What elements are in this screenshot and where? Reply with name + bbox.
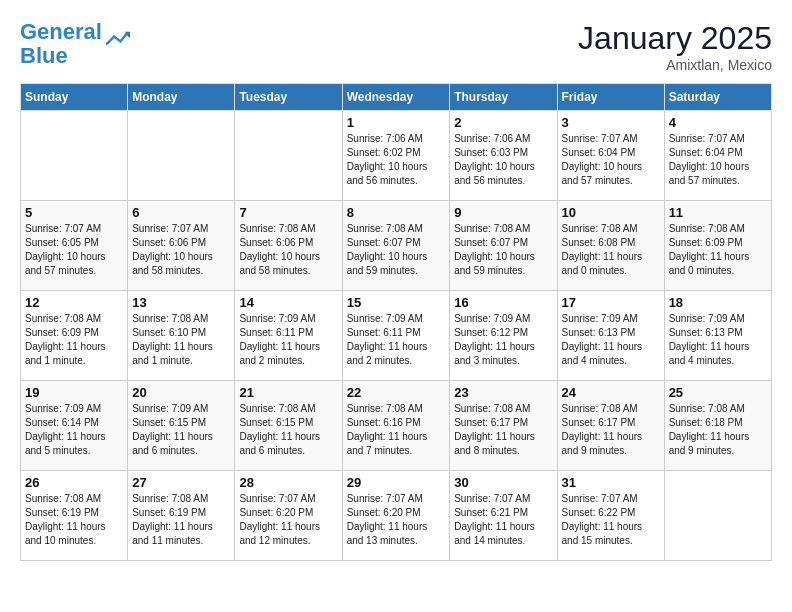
calendar-cell: 17Sunrise: 7:09 AMSunset: 6:13 PMDayligh…	[557, 291, 664, 381]
calendar-cell: 3Sunrise: 7:07 AMSunset: 6:04 PMDaylight…	[557, 111, 664, 201]
day-info: Sunrise: 7:07 AMSunset: 6:04 PMDaylight:…	[562, 132, 660, 188]
day-number: 10	[562, 205, 660, 220]
calendar-cell: 31Sunrise: 7:07 AMSunset: 6:22 PMDayligh…	[557, 471, 664, 561]
calendar-cell: 6Sunrise: 7:07 AMSunset: 6:06 PMDaylight…	[128, 201, 235, 291]
calendar-cell: 20Sunrise: 7:09 AMSunset: 6:15 PMDayligh…	[128, 381, 235, 471]
day-info: Sunrise: 7:09 AMSunset: 6:11 PMDaylight:…	[347, 312, 446, 368]
calendar-cell: 22Sunrise: 7:08 AMSunset: 6:16 PMDayligh…	[342, 381, 450, 471]
logo: General Blue	[20, 20, 130, 68]
calendar-cell: 14Sunrise: 7:09 AMSunset: 6:11 PMDayligh…	[235, 291, 342, 381]
calendar-cell: 8Sunrise: 7:08 AMSunset: 6:07 PMDaylight…	[342, 201, 450, 291]
calendar-header: SundayMondayTuesdayWednesdayThursdayFrid…	[21, 84, 772, 111]
day-number: 2	[454, 115, 552, 130]
calendar-cell: 16Sunrise: 7:09 AMSunset: 6:12 PMDayligh…	[450, 291, 557, 381]
day-number: 3	[562, 115, 660, 130]
logo-icon	[106, 30, 130, 48]
title-block: January 2025 Amixtlan, Mexico	[578, 20, 772, 73]
calendar-week-1: 1Sunrise: 7:06 AMSunset: 6:02 PMDaylight…	[21, 111, 772, 201]
calendar-table: SundayMondayTuesdayWednesdayThursdayFrid…	[20, 83, 772, 561]
day-number: 12	[25, 295, 123, 310]
calendar-body: 1Sunrise: 7:06 AMSunset: 6:02 PMDaylight…	[21, 111, 772, 561]
day-number: 11	[669, 205, 767, 220]
calendar-cell: 27Sunrise: 7:08 AMSunset: 6:19 PMDayligh…	[128, 471, 235, 561]
day-number: 19	[25, 385, 123, 400]
calendar-cell: 24Sunrise: 7:08 AMSunset: 6:17 PMDayligh…	[557, 381, 664, 471]
day-info: Sunrise: 7:09 AMSunset: 6:13 PMDaylight:…	[562, 312, 660, 368]
day-info: Sunrise: 7:08 AMSunset: 6:19 PMDaylight:…	[25, 492, 123, 548]
day-info: Sunrise: 7:07 AMSunset: 6:20 PMDaylight:…	[347, 492, 446, 548]
weekday-header-monday: Monday	[128, 84, 235, 111]
day-number: 8	[347, 205, 446, 220]
day-info: Sunrise: 7:08 AMSunset: 6:10 PMDaylight:…	[132, 312, 230, 368]
calendar-week-5: 26Sunrise: 7:08 AMSunset: 6:19 PMDayligh…	[21, 471, 772, 561]
day-info: Sunrise: 7:08 AMSunset: 6:06 PMDaylight:…	[239, 222, 337, 278]
day-number: 16	[454, 295, 552, 310]
calendar-cell	[235, 111, 342, 201]
day-info: Sunrise: 7:07 AMSunset: 6:22 PMDaylight:…	[562, 492, 660, 548]
day-info: Sunrise: 7:08 AMSunset: 6:08 PMDaylight:…	[562, 222, 660, 278]
day-info: Sunrise: 7:06 AMSunset: 6:03 PMDaylight:…	[454, 132, 552, 188]
day-number: 31	[562, 475, 660, 490]
day-info: Sunrise: 7:07 AMSunset: 6:05 PMDaylight:…	[25, 222, 123, 278]
calendar-cell: 11Sunrise: 7:08 AMSunset: 6:09 PMDayligh…	[664, 201, 771, 291]
day-info: Sunrise: 7:08 AMSunset: 6:18 PMDaylight:…	[669, 402, 767, 458]
calendar-cell: 9Sunrise: 7:08 AMSunset: 6:07 PMDaylight…	[450, 201, 557, 291]
day-info: Sunrise: 7:09 AMSunset: 6:14 PMDaylight:…	[25, 402, 123, 458]
day-number: 18	[669, 295, 767, 310]
day-info: Sunrise: 7:08 AMSunset: 6:09 PMDaylight:…	[25, 312, 123, 368]
day-info: Sunrise: 7:07 AMSunset: 6:21 PMDaylight:…	[454, 492, 552, 548]
calendar-cell: 25Sunrise: 7:08 AMSunset: 6:18 PMDayligh…	[664, 381, 771, 471]
calendar-cell	[21, 111, 128, 201]
day-number: 9	[454, 205, 552, 220]
calendar-week-2: 5Sunrise: 7:07 AMSunset: 6:05 PMDaylight…	[21, 201, 772, 291]
day-number: 7	[239, 205, 337, 220]
day-number: 4	[669, 115, 767, 130]
day-info: Sunrise: 7:08 AMSunset: 6:07 PMDaylight:…	[454, 222, 552, 278]
day-number: 15	[347, 295, 446, 310]
day-info: Sunrise: 7:07 AMSunset: 6:20 PMDaylight:…	[239, 492, 337, 548]
calendar-cell: 30Sunrise: 7:07 AMSunset: 6:21 PMDayligh…	[450, 471, 557, 561]
weekday-header-sunday: Sunday	[21, 84, 128, 111]
calendar-cell: 13Sunrise: 7:08 AMSunset: 6:10 PMDayligh…	[128, 291, 235, 381]
day-info: Sunrise: 7:08 AMSunset: 6:17 PMDaylight:…	[562, 402, 660, 458]
day-info: Sunrise: 7:09 AMSunset: 6:13 PMDaylight:…	[669, 312, 767, 368]
weekday-header-friday: Friday	[557, 84, 664, 111]
day-number: 29	[347, 475, 446, 490]
calendar-cell: 19Sunrise: 7:09 AMSunset: 6:14 PMDayligh…	[21, 381, 128, 471]
day-info: Sunrise: 7:08 AMSunset: 6:19 PMDaylight:…	[132, 492, 230, 548]
day-number: 17	[562, 295, 660, 310]
calendar-cell: 7Sunrise: 7:08 AMSunset: 6:06 PMDaylight…	[235, 201, 342, 291]
weekday-header-thursday: Thursday	[450, 84, 557, 111]
calendar-cell: 5Sunrise: 7:07 AMSunset: 6:05 PMDaylight…	[21, 201, 128, 291]
day-info: Sunrise: 7:09 AMSunset: 6:11 PMDaylight:…	[239, 312, 337, 368]
day-number: 30	[454, 475, 552, 490]
day-number: 22	[347, 385, 446, 400]
day-number: 25	[669, 385, 767, 400]
calendar-cell: 1Sunrise: 7:06 AMSunset: 6:02 PMDaylight…	[342, 111, 450, 201]
day-info: Sunrise: 7:09 AMSunset: 6:15 PMDaylight:…	[132, 402, 230, 458]
month-title: January 2025	[578, 20, 772, 57]
day-number: 28	[239, 475, 337, 490]
day-info: Sunrise: 7:07 AMSunset: 6:06 PMDaylight:…	[132, 222, 230, 278]
calendar-week-3: 12Sunrise: 7:08 AMSunset: 6:09 PMDayligh…	[21, 291, 772, 381]
calendar-cell: 15Sunrise: 7:09 AMSunset: 6:11 PMDayligh…	[342, 291, 450, 381]
day-info: Sunrise: 7:08 AMSunset: 6:17 PMDaylight:…	[454, 402, 552, 458]
day-number: 27	[132, 475, 230, 490]
day-number: 21	[239, 385, 337, 400]
day-number: 6	[132, 205, 230, 220]
day-number: 5	[25, 205, 123, 220]
calendar-cell: 28Sunrise: 7:07 AMSunset: 6:20 PMDayligh…	[235, 471, 342, 561]
weekday-header-wednesday: Wednesday	[342, 84, 450, 111]
page-header: General Blue January 2025 Amixtlan, Mexi…	[20, 20, 772, 73]
day-number: 23	[454, 385, 552, 400]
day-number: 24	[562, 385, 660, 400]
day-info: Sunrise: 7:08 AMSunset: 6:09 PMDaylight:…	[669, 222, 767, 278]
day-number: 1	[347, 115, 446, 130]
day-number: 14	[239, 295, 337, 310]
day-number: 20	[132, 385, 230, 400]
day-info: Sunrise: 7:07 AMSunset: 6:04 PMDaylight:…	[669, 132, 767, 188]
day-info: Sunrise: 7:08 AMSunset: 6:16 PMDaylight:…	[347, 402, 446, 458]
day-info: Sunrise: 7:08 AMSunset: 6:07 PMDaylight:…	[347, 222, 446, 278]
day-number: 26	[25, 475, 123, 490]
calendar-cell	[664, 471, 771, 561]
